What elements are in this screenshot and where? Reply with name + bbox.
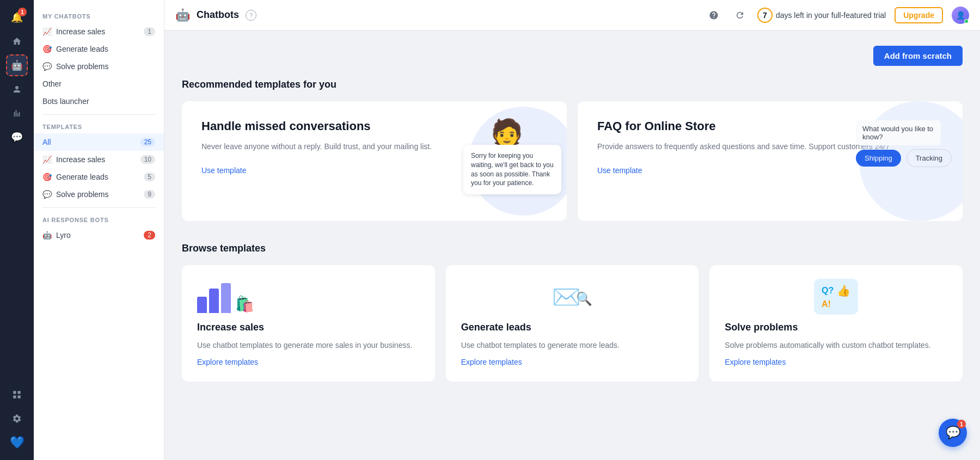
nav-home[interactable] xyxy=(6,30,28,52)
browse-card-title-solve: Solve problems xyxy=(725,322,947,333)
tmpl-generate-leads-icon: 🎯 xyxy=(42,173,52,181)
header-help-btn[interactable]: ? xyxy=(246,10,256,21)
chat-widget[interactable]: 💬 1 xyxy=(939,419,967,447)
template-card-desc-2: Provide answers to frequently asked ques… xyxy=(597,141,943,152)
sidebar-count-tmpl-solve-problems: 9 xyxy=(144,190,155,199)
sidebar-item-all-templates[interactable]: All 25 xyxy=(34,133,164,151)
ai-bots-title: AI RESPONSE BOTS xyxy=(34,212,164,226)
nav-chatbots[interactable]: 🤖 xyxy=(6,54,28,76)
browse-card-desc-solve: Solve problems automatically with custom… xyxy=(725,340,947,351)
sidebar-label-other: Other xyxy=(42,79,62,88)
templates-title: TEMPLATES xyxy=(34,119,164,133)
browse-card-title-leads: Generate leads xyxy=(461,322,684,333)
sidebar-item-bots-launcher[interactable]: Bots launcher xyxy=(34,93,164,110)
browse-card-title-sales: Increase sales xyxy=(197,322,420,333)
sidebar-item-templates-generate-leads[interactable]: 🎯 Generate leads 5 xyxy=(34,168,164,186)
nav-badge: 1 xyxy=(18,8,27,16)
browse-link-solve[interactable]: Explore templates xyxy=(725,358,947,366)
sidebar-label-all: All xyxy=(42,138,51,146)
lyro-badge: 2 xyxy=(144,231,155,240)
trial-badge: 7 days left in your full-featured trial xyxy=(757,8,886,23)
browse-solve-icon: Q? 👍 A! xyxy=(725,280,947,313)
sidebar-count-tmpl-increase-sales: 10 xyxy=(140,155,155,164)
sidebar-label-tmpl-generate-leads: Generate leads xyxy=(56,173,108,181)
sidebar-label-bots-launcher: Bots launcher xyxy=(42,97,89,106)
browse-card-solve-problems: Q? 👍 A! Solve problems Solve problems au… xyxy=(709,265,963,382)
sidebar-count-increase-sales: 1 xyxy=(144,27,155,36)
browse-leads-icon: ✉️ 🔍 xyxy=(461,280,684,313)
nav-notifications[interactable]: 🔔 1 xyxy=(6,7,28,28)
tmpl-increase-sales-icon: 📈 xyxy=(42,155,52,164)
trial-label: days left in your full-featured trial xyxy=(776,11,886,20)
sidebar-label-lyro: Lyro xyxy=(56,231,71,240)
template-card-desc-1: Never leave anyone without a reply. Buil… xyxy=(201,141,547,152)
sales-bars: 🛍️ xyxy=(197,280,420,313)
sidebar-item-templates-solve-problems[interactable]: 💬 Solve problems 9 xyxy=(34,186,164,203)
sidebar-label-tmpl-solve-problems: Solve problems xyxy=(56,190,109,199)
nav-support[interactable]: 💙 xyxy=(6,432,28,453)
sidebar-item-other[interactable]: Other xyxy=(34,75,164,93)
browse-card-increase-sales: 🛍️ Increase sales Use chatbot templates … xyxy=(182,265,435,382)
online-dot xyxy=(964,19,969,23)
sidebar: MY CHATBOTS 📈 Increase sales 1 🎯 Generat… xyxy=(34,0,164,460)
help-icon: ? xyxy=(249,12,253,19)
sidebar-label-increase-sales: Increase sales xyxy=(56,27,105,36)
main-content: Add from scratch Recommended templates f… xyxy=(164,30,980,460)
browse-card-generate-leads: ✉️ 🔍 Generate leads Use chatbot template… xyxy=(446,265,699,382)
header: 🤖 Chatbots ? 7 days left in your full-fe… xyxy=(164,0,980,30)
chat-widget-badge: 1 xyxy=(957,420,966,428)
browse-card-desc-leads: Use chatbot templates to generate more l… xyxy=(461,340,684,351)
template-card-faq: FAQ for Online Store Provide answers to … xyxy=(578,101,963,221)
main-wrapper: 🤖 Chatbots ? 7 days left in your full-fe… xyxy=(164,0,980,460)
sidebar-item-templates-increase-sales[interactable]: 📈 Increase sales 10 xyxy=(34,151,164,168)
top-actions-row: Add from scratch xyxy=(182,46,963,79)
increase-sales-icon: 📈 xyxy=(42,27,52,36)
sidebar-item-increase-sales[interactable]: 📈 Increase sales 1 xyxy=(34,23,164,40)
sidebar-count-all: 25 xyxy=(140,138,155,146)
sidebar-divider-1 xyxy=(42,114,155,115)
sidebar-label-tmpl-increase-sales: Increase sales xyxy=(56,155,105,164)
header-refresh-icon-btn[interactable] xyxy=(731,7,749,24)
lyro-icon: 🤖 xyxy=(42,231,52,240)
generate-leads-icon: 🎯 xyxy=(42,45,52,53)
sidebar-item-lyro[interactable]: 🤖 Lyro 2 xyxy=(34,226,164,244)
nav-inbox[interactable]: 💬 xyxy=(6,126,28,148)
upgrade-button[interactable]: Upgrade xyxy=(895,7,943,23)
template-link-2[interactable]: Use template xyxy=(597,166,642,175)
browse-link-sales[interactable]: Explore templates xyxy=(197,358,420,366)
browse-title: Browse templates xyxy=(182,243,963,254)
leads-wrap: ✉️ 🔍 xyxy=(461,280,684,313)
nav-bar: 🔔 1 🤖 💬 💙 xyxy=(0,0,34,460)
nav-apps[interactable] xyxy=(6,384,28,406)
trial-days: 7 xyxy=(757,8,773,23)
browse-card-desc-sales: Use chatbot templates to generate more s… xyxy=(197,340,420,351)
header-logo: 🤖 xyxy=(175,8,190,22)
nav-settings[interactable] xyxy=(6,408,28,430)
template-card-title-1: Handle missed conversations xyxy=(201,119,547,134)
my-chatbots-title: MY CHATBOTS xyxy=(34,9,164,23)
add-from-scratch-button[interactable]: Add from scratch xyxy=(873,46,963,66)
browse-link-leads[interactable]: Explore templates xyxy=(461,358,684,366)
sidebar-label-generate-leads: Generate leads xyxy=(56,45,108,53)
nav-contacts[interactable] xyxy=(6,78,28,100)
solve-wrap: Q? 👍 A! xyxy=(725,280,947,313)
template-card-missed-conversations: Handle missed conversations Never leave … xyxy=(182,101,567,221)
browse-sales-icon: 🛍️ xyxy=(197,280,420,313)
recommended-templates-row: Handle missed conversations Never leave … xyxy=(182,101,963,221)
solve-problems-icon: 💬 xyxy=(42,62,52,71)
browse-cards-row: 🛍️ Increase sales Use chatbot templates … xyxy=(182,265,963,382)
sidebar-item-generate-leads[interactable]: 🎯 Generate leads xyxy=(34,40,164,58)
sidebar-item-solve-problems[interactable]: 💬 Solve problems xyxy=(34,58,164,75)
chat-bubble: Sorry for keeping you waiting, we'll get… xyxy=(463,145,561,194)
user-avatar[interactable]: 👤 xyxy=(952,7,969,24)
faq-shipping-btn[interactable]: Shipping xyxy=(856,150,901,167)
nav-reports[interactable] xyxy=(6,102,28,124)
sidebar-count-tmpl-generate-leads: 5 xyxy=(144,173,155,181)
header-actions: 7 days left in your full-featured trial … xyxy=(705,7,969,24)
header-help-icon-btn[interactable] xyxy=(705,7,722,24)
template-card-title-2: FAQ for Online Store xyxy=(597,119,943,134)
template-link-1[interactable]: Use template xyxy=(201,166,246,175)
tmpl-solve-problems-icon: 💬 xyxy=(42,190,52,199)
recommended-title: Recommended templates for you xyxy=(182,79,963,90)
sidebar-label-solve-problems: Solve problems xyxy=(56,62,109,71)
